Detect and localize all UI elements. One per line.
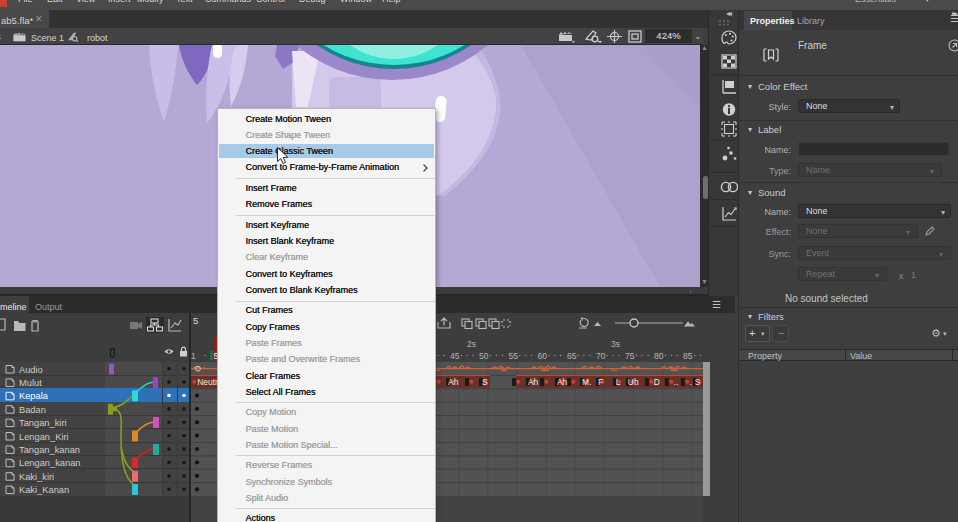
- svg-text:Neutr: Neutr: [197, 377, 218, 387]
- svg-text:Ah: Ah: [557, 377, 568, 387]
- svg-text:Ah: Ah: [448, 377, 459, 387]
- svg-text:.: .: [690, 377, 692, 387]
- svg-text:.: .: [635, 377, 637, 387]
- svg-text:S: S: [695, 377, 701, 387]
- svg-text:Ah: Ah: [528, 377, 539, 387]
- svg-text:Uh: Uh: [628, 377, 639, 387]
- svg-text:..: ..: [674, 377, 679, 387]
- svg-text:L: L: [616, 377, 621, 387]
- svg-text:F: F: [598, 377, 603, 387]
- svg-text:.: .: [654, 377, 656, 387]
- svg-text:S: S: [482, 377, 488, 387]
- svg-text:.: .: [589, 377, 591, 387]
